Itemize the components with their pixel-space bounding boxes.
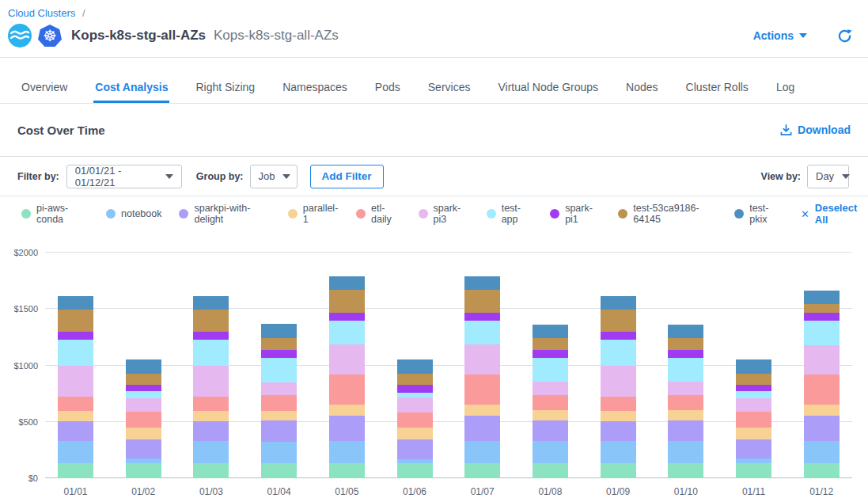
bar-segment-notebook[interactable] (193, 441, 229, 464)
bar-segment-notebook[interactable] (601, 441, 636, 464)
bar-segment-pi-aws-conda[interactable] (126, 463, 161, 478)
bar-segment-test-pkix[interactable] (804, 291, 840, 304)
bar-segment-parallel-1[interactable] (329, 405, 365, 416)
bar-segment-pi-aws-conda[interactable] (58, 463, 93, 478)
bar-segment-test-app[interactable] (736, 391, 771, 398)
bar-segment-spark-pi1[interactable] (601, 332, 636, 340)
bar-segment-test-app[interactable] (126, 391, 161, 398)
tab-nodes[interactable]: Nodes (624, 74, 659, 103)
actions-button[interactable]: Actions (753, 29, 807, 42)
tab-services[interactable]: Services (426, 74, 472, 103)
legend-item-sparkpi-with-delight[interactable]: sparkpi-with-delight (179, 203, 270, 225)
tab-log[interactable]: Log (775, 74, 796, 103)
bar-segment-pi-aws-conda[interactable] (668, 463, 703, 478)
bar-segment-test-pkix[interactable] (329, 276, 365, 290)
bar-segment-spark-pi3[interactable] (736, 398, 771, 412)
bar-segment-parallel-1[interactable] (533, 410, 568, 420)
bar-segment-spark-pi3[interactable] (261, 382, 297, 395)
bar-segment-pi-aws-conda[interactable] (736, 463, 771, 478)
refresh-icon[interactable] (837, 29, 852, 44)
bar-segment-test-pkix[interactable] (464, 276, 500, 290)
bar-segment-test-53ca9186-64145[interactable] (58, 310, 93, 332)
bar-segment-test-pkix[interactable] (736, 359, 771, 374)
tab-pods[interactable]: Pods (373, 74, 402, 103)
bar-segment-test-pkix[interactable] (193, 296, 229, 310)
bar-segment-pi-aws-conda[interactable] (601, 463, 636, 478)
legend-item-pi-aws-conda[interactable]: pi-aws-conda (21, 203, 89, 225)
bar-segment-pi-aws-conda[interactable] (464, 463, 500, 478)
bar-segment-test-53ca9186-64145[interactable] (601, 310, 636, 332)
date-range-select[interactable]: 01/01/21 - 01/12/21 (66, 165, 182, 188)
bar-segment-test-app[interactable] (58, 340, 93, 366)
bar-segment-notebook[interactable] (804, 441, 840, 463)
bar-segment-etl-daily[interactable] (193, 397, 229, 412)
tab-namespaces[interactable]: Namespaces (281, 74, 349, 103)
bar-segment-test-53ca9186-64145[interactable] (329, 290, 365, 313)
legend-item-test-app[interactable]: test-app (487, 203, 533, 225)
bar-segment-notebook[interactable] (329, 441, 365, 464)
bar-segment-etl-daily[interactable] (736, 412, 771, 428)
legend-item-etl-daily[interactable]: etl-daily (356, 203, 401, 225)
bar-segment-test-pkix[interactable] (126, 359, 161, 374)
bar-segment-test-53ca9186-64145[interactable] (261, 338, 297, 350)
bar-segment-notebook[interactable] (261, 442, 297, 463)
bar-segment-test-app[interactable] (804, 321, 840, 345)
bar-segment-spark-pi3[interactable] (533, 382, 568, 395)
bar-segment-spark-pi1[interactable] (464, 313, 500, 321)
bar-segment-test-53ca9186-64145[interactable] (736, 374, 771, 385)
bar-segment-spark-pi3[interactable] (668, 382, 703, 395)
bar-segment-test-app[interactable] (464, 321, 500, 345)
bar-segment-etl-daily[interactable] (533, 395, 568, 410)
bar-segment-sparkpi-with-delight[interactable] (464, 416, 500, 441)
bar-segment-spark-pi1[interactable] (193, 332, 229, 340)
bar-segment-etl-daily[interactable] (804, 375, 840, 405)
bar-segment-spark-pi3[interactable] (329, 344, 365, 375)
view-by-select[interactable]: Day (807, 165, 849, 188)
bar-segment-spark-pi3[interactable] (126, 398, 161, 412)
bar-segment-spark-pi3[interactable] (601, 366, 636, 396)
add-filter-button[interactable]: Add Filter (310, 165, 384, 188)
bar-segment-spark-pi1[interactable] (533, 350, 568, 358)
bar-segment-test-53ca9186-64145[interactable] (464, 290, 500, 313)
bar-segment-spark-pi1[interactable] (804, 313, 840, 320)
bar-segment-sparkpi-with-delight[interactable] (736, 439, 771, 458)
bar-segment-parallel-1[interactable] (668, 410, 703, 420)
bar-segment-spark-pi1[interactable] (397, 385, 433, 394)
bar-segment-spark-pi1[interactable] (261, 350, 297, 358)
bar-segment-etl-daily[interactable] (58, 397, 93, 412)
bar-segment-test-app[interactable] (668, 358, 703, 382)
bar-segment-test-app[interactable] (193, 340, 229, 366)
bar-segment-parallel-1[interactable] (464, 405, 500, 416)
bar-segment-test-pkix[interactable] (601, 296, 636, 310)
bar-segment-spark-pi3[interactable] (58, 366, 93, 396)
bar-segment-etl-daily[interactable] (464, 375, 500, 405)
bar-segment-parallel-1[interactable] (804, 405, 840, 416)
bar-segment-spark-pi1[interactable] (668, 350, 703, 358)
bar-segment-pi-aws-conda[interactable] (261, 463, 297, 478)
bar-segment-test-53ca9186-64145[interactable] (193, 310, 229, 332)
bar-segment-test-pkix[interactable] (397, 359, 433, 374)
bar-segment-spark-pi3[interactable] (804, 345, 840, 375)
bar-segment-test-app[interactable] (261, 358, 297, 382)
bar-segment-sparkpi-with-delight[interactable] (329, 416, 365, 441)
bar-segment-test-53ca9186-64145[interactable] (804, 304, 840, 313)
bar-segment-sparkpi-with-delight[interactable] (397, 439, 433, 459)
tab-virtual-node-groups[interactable]: Virtual Node Groups (496, 74, 600, 103)
bar-segment-pi-aws-conda[interactable] (804, 463, 840, 478)
bar-segment-parallel-1[interactable] (397, 428, 433, 439)
bar-segment-parallel-1[interactable] (126, 428, 161, 439)
bar-segment-notebook[interactable] (533, 441, 568, 463)
bar-segment-spark-pi1[interactable] (329, 313, 365, 321)
tab-overview[interactable]: Overview (20, 74, 69, 103)
bar-segment-notebook[interactable] (464, 441, 500, 464)
bar-segment-notebook[interactable] (58, 441, 93, 464)
bar-segment-sparkpi-with-delight[interactable] (533, 420, 568, 441)
bar-segment-parallel-1[interactable] (736, 428, 771, 439)
bar-segment-etl-daily[interactable] (261, 395, 297, 411)
bar-segment-etl-daily[interactable] (601, 397, 636, 412)
deselect-all-button[interactable]: ✕ Deselect All (801, 202, 868, 226)
tab-cost-analysis[interactable]: Cost Analysis (93, 74, 169, 103)
bar-segment-notebook[interactable] (668, 441, 703, 463)
bar-segment-test-pkix[interactable] (668, 325, 703, 339)
bar-segment-etl-daily[interactable] (668, 395, 703, 410)
